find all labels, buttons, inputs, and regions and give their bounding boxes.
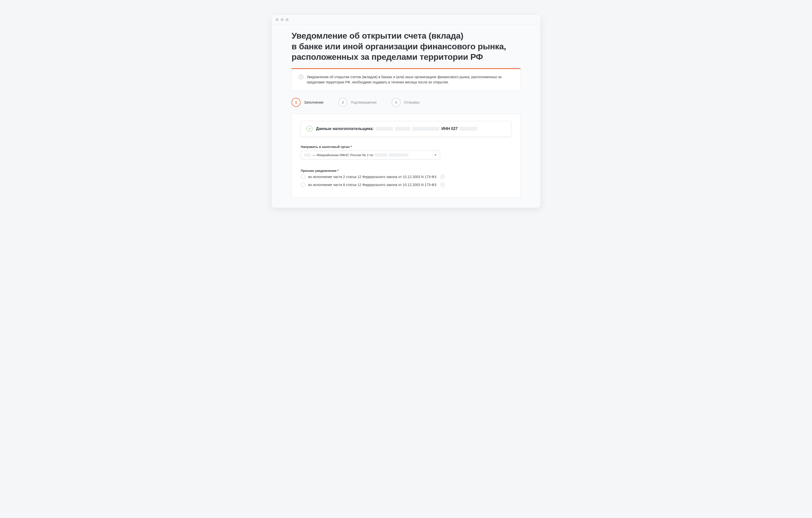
redacted-value <box>375 154 387 157</box>
redacted-value <box>395 127 410 131</box>
close-icon[interactable] <box>276 18 279 21</box>
window-titlebar <box>272 15 540 24</box>
help-icon[interactable]: ? <box>440 183 445 187</box>
radio-icon <box>301 174 305 179</box>
radio-option-2[interactable]: во исполнение части 8 статьи 12 Федераль… <box>301 183 511 187</box>
step-2[interactable]: 2 Подтверждение <box>338 98 377 107</box>
redacted-value <box>376 127 393 131</box>
step-number: 2 <box>338 98 347 107</box>
page-content: Уведомление об открытии счета (вклада) в… <box>272 24 540 208</box>
form-card: Данные налогоплательщика: ИНН 027 Направ… <box>292 114 520 198</box>
redacted-value <box>388 154 408 157</box>
redacted-value <box>460 127 477 131</box>
notification-sign-label: Признак уведомления * <box>301 169 511 172</box>
notice-text: Уведомления об открытии счетов (вкладов)… <box>307 75 513 85</box>
redacted-value <box>304 154 311 157</box>
app-window: Уведомление об открытии счета (вклада) в… <box>272 15 540 208</box>
radio-label: во исполнение части 2 статьи 12 Федераль… <box>308 175 436 179</box>
check-icon <box>307 126 313 132</box>
maximize-icon[interactable] <box>286 18 289 21</box>
inn-prefix: ИНН 027 <box>441 127 458 131</box>
step-label: Отправка <box>404 100 419 104</box>
step-number: 3 <box>392 98 401 107</box>
help-icon[interactable]: ? <box>440 174 445 179</box>
radio-icon <box>301 183 305 187</box>
taxpayer-text: Данные налогоплательщика: ИНН 027 <box>316 127 477 131</box>
redacted-value <box>412 127 439 131</box>
step-1[interactable]: 1 Заполнение <box>292 98 323 107</box>
taxpayer-info-box: Данные налогоплательщика: ИНН 027 <box>301 121 511 136</box>
radio-label: во исполнение части 8 статьи 12 Федераль… <box>308 183 436 187</box>
minimize-icon[interactable] <box>281 18 284 21</box>
notice-box: ! Уведомления об открытии счетов (вкладо… <box>292 69 520 91</box>
traffic-lights <box>276 18 289 21</box>
tax-office-select[interactable]: — Межрайонная ИФНС России № 2 по <box>301 151 440 159</box>
page-title: Уведомление об открытии счета (вклада) в… <box>292 30 520 62</box>
warning-icon: ! <box>299 75 303 79</box>
step-label: Подтверждение <box>351 100 377 104</box>
step-label: Заполнение <box>304 100 323 104</box>
step-number: 1 <box>292 98 300 107</box>
select-text: — Межрайонная ИФНС России № 2 по <box>313 153 373 157</box>
taxpayer-prefix: Данные налогоплательщика: <box>316 127 374 131</box>
stepper: 1 Заполнение 2 Подтверждение 3 Отправка <box>292 98 520 107</box>
step-3[interactable]: 3 Отправка <box>392 98 419 107</box>
tax-office-label: Направить в налоговый орган * <box>301 145 511 149</box>
radio-option-1[interactable]: во исполнение части 2 статьи 12 Федераль… <box>301 174 511 179</box>
